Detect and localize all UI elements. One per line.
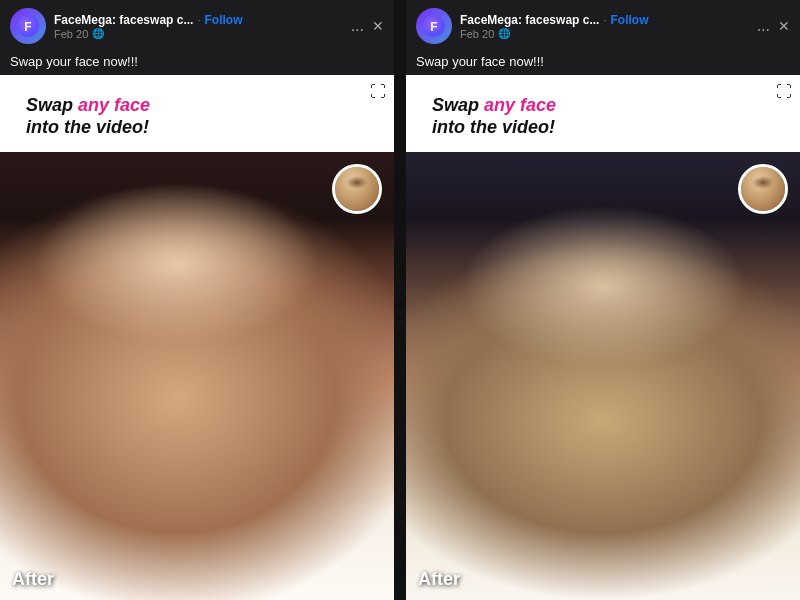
- date-right: Feb 20: [460, 28, 494, 40]
- header-sub-right: Feb 20 🌐: [460, 28, 749, 40]
- after-label-right: After: [418, 569, 460, 590]
- ad-banner-right: Swap any face into the video!: [418, 85, 788, 148]
- after-label-left: After: [12, 569, 54, 590]
- banner-left: Swap any face into the video! ⛶: [0, 75, 394, 152]
- header-info-right: FaceMega: faceswap c... · Follow Feb 20 …: [460, 13, 749, 40]
- banner-prefix-right: Swap: [432, 95, 484, 115]
- banner-text2-right: into the video!: [432, 117, 774, 139]
- header-info-left: FaceMega: faceswap c... · Follow Feb 20 …: [54, 13, 343, 40]
- image-container-right: Swap any face into the video! ⛶ After: [406, 75, 800, 600]
- post-header-right: F FaceMega: faceswap c... · Follow Feb 2…: [406, 0, 800, 52]
- face-sim-right: [741, 167, 785, 211]
- header-top-right: FaceMega: faceswap c... · Follow: [460, 13, 749, 27]
- close-button-left[interactable]: ✕: [372, 18, 384, 34]
- more-options-left[interactable]: ...: [351, 17, 364, 35]
- post-card-left: F FaceMega: faceswap c... · Follow Feb 2…: [0, 0, 394, 600]
- divider: [398, 0, 402, 600]
- video-frame-left[interactable]: After: [0, 152, 394, 600]
- face-sim-left: [335, 167, 379, 211]
- banner-text2-left: into the video!: [26, 117, 368, 139]
- banner-prefix-left: Swap: [26, 95, 78, 115]
- separator-right: ·: [603, 14, 606, 26]
- post-card-right: F FaceMega: faceswap c... · Follow Feb 2…: [406, 0, 800, 600]
- avatar-right[interactable]: F: [416, 8, 452, 44]
- banner-text1-left: Swap any face: [26, 95, 368, 117]
- more-options-right[interactable]: ...: [757, 17, 770, 35]
- header-sub-left: Feb 20 🌐: [54, 28, 343, 40]
- image-wrapper-left: Swap any face into the video! ⛶ After: [0, 75, 394, 600]
- banner-text1-right: Swap any face: [432, 95, 774, 117]
- follow-button-right[interactable]: Follow: [610, 13, 648, 27]
- small-avatar-right: [738, 164, 788, 214]
- banner-right: Swap any face into the video! ⛶: [406, 75, 800, 152]
- username-right: FaceMega: faceswap c...: [460, 13, 599, 27]
- avatar-left[interactable]: F: [10, 8, 46, 44]
- header-top-left: FaceMega: faceswap c... · Follow: [54, 13, 343, 27]
- separator-left: ·: [197, 14, 200, 26]
- date-left: Feb 20: [54, 28, 88, 40]
- svg-text:F: F: [24, 20, 31, 34]
- main-container: F FaceMega: faceswap c... · Follow Feb 2…: [0, 0, 800, 600]
- banner-highlight-right: any face: [484, 95, 556, 115]
- globe-icon-right: 🌐: [498, 28, 510, 39]
- caption-left: Swap your face now!!!: [0, 52, 394, 75]
- expand-icon-right: ⛶: [776, 83, 792, 101]
- post-header-left: F FaceMega: faceswap c... · Follow Feb 2…: [0, 0, 394, 52]
- image-wrapper-right: Swap any face into the video! ⛶ After: [406, 75, 800, 600]
- globe-icon-left: 🌐: [92, 28, 104, 39]
- close-button-right[interactable]: ✕: [778, 18, 790, 34]
- video-frame-right[interactable]: After: [406, 152, 800, 600]
- svg-text:F: F: [430, 20, 437, 34]
- header-actions-right: ... ✕: [757, 17, 790, 35]
- image-container-left: Swap any face into the video! ⛶ After: [0, 75, 394, 600]
- banner-highlight-left: any face: [78, 95, 150, 115]
- ad-banner-left: Swap any face into the video!: [12, 85, 382, 148]
- small-avatar-left: [332, 164, 382, 214]
- expand-icon-left: ⛶: [370, 83, 386, 101]
- caption-right: Swap your face now!!!: [406, 52, 800, 75]
- username-left: FaceMega: faceswap c...: [54, 13, 193, 27]
- header-actions-left: ... ✕: [351, 17, 384, 35]
- follow-button-left[interactable]: Follow: [204, 13, 242, 27]
